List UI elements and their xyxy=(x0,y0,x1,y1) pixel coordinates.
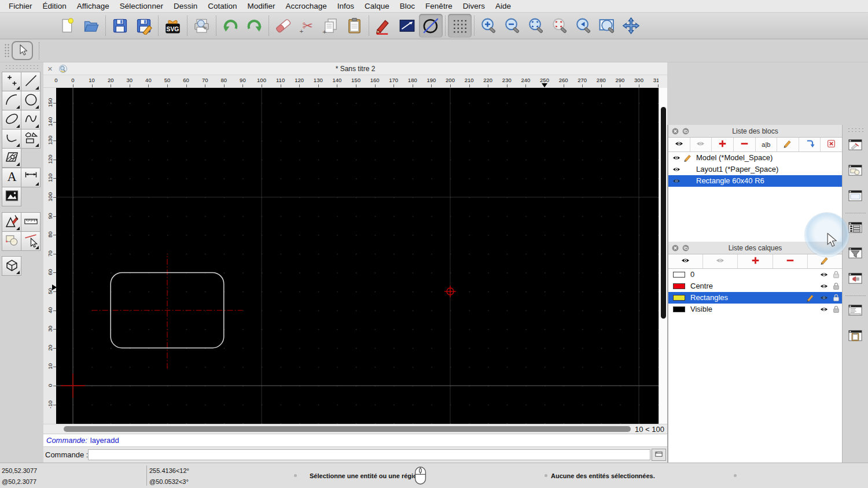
menu-affichage[interactable]: Affichage xyxy=(72,0,115,13)
layer-visibility-eye-icon[interactable] xyxy=(819,282,829,291)
remove-block-button[interactable] xyxy=(734,138,756,151)
save-as-button[interactable] xyxy=(132,14,156,38)
menu-accrochage[interactable]: Accrochage xyxy=(280,0,332,13)
dimension-tool-button[interactable] xyxy=(21,168,41,187)
library-widget-button[interactable] xyxy=(845,162,866,181)
show-all-layers-button[interactable] xyxy=(668,254,703,268)
layer-lock-icon[interactable] xyxy=(832,293,841,302)
block-visibility-eye-icon[interactable] xyxy=(672,153,681,162)
menu-bloc[interactable]: Bloc xyxy=(395,0,420,13)
grid-button[interactable] xyxy=(448,14,472,38)
zoom-out-button[interactable] xyxy=(501,14,524,38)
menu-divers[interactable]: Divers xyxy=(458,0,490,13)
line-properties-button[interactable] xyxy=(395,14,419,38)
vertical-scrollbar-thumb[interactable] xyxy=(661,107,666,319)
edit-layer-button[interactable] xyxy=(808,254,842,268)
layer-visibility-eye-icon[interactable] xyxy=(819,293,829,302)
menu-fichier[interactable]: Fichier xyxy=(3,0,38,13)
zoom-previous-button[interactable] xyxy=(548,14,572,38)
pen-widget-button[interactable] xyxy=(845,136,866,156)
menu-dessin[interactable]: Dessin xyxy=(168,0,203,13)
ellipse-tool-button[interactable] xyxy=(2,110,21,130)
block-row-model-model-space-[interactable]: Model (*Model_Space) xyxy=(668,152,842,164)
palette-drag-handle[interactable] xyxy=(4,65,40,70)
zoom-in-button[interactable] xyxy=(477,14,501,38)
arc-tool-button[interactable] xyxy=(2,91,21,110)
modify-tool-button[interactable] xyxy=(2,212,21,232)
zoom-auto-button[interactable] xyxy=(524,14,548,38)
edit-block-button[interactable] xyxy=(777,138,799,151)
show-all-blocks-button[interactable] xyxy=(668,138,690,151)
horizontal-scrollbar[interactable]: 10 < 100 xyxy=(43,424,667,434)
insert-block-button[interactable] xyxy=(799,138,821,151)
zoom-pan-button[interactable] xyxy=(619,14,643,38)
layer-visibility-eye-icon[interactable] xyxy=(819,305,829,314)
filter-widget-button[interactable] xyxy=(845,245,866,264)
zoom-window-button[interactable] xyxy=(595,14,619,38)
remove-layer-button[interactable] xyxy=(773,254,808,268)
menu-selectionner[interactable]: Sélectionner xyxy=(115,0,168,13)
menu-fenetre[interactable]: Fenêtre xyxy=(420,0,458,13)
layer-row-centre[interactable]: Centre xyxy=(668,280,842,292)
hatch-tool-button[interactable] xyxy=(2,148,21,168)
attributes-pencil-button[interactable] xyxy=(372,14,395,38)
points-tool-button[interactable] xyxy=(2,72,21,91)
layer-edit-pencil-icon[interactable] xyxy=(806,293,815,302)
toolbar-drag-handle[interactable] xyxy=(4,43,9,58)
strip-drag-handle[interactable] xyxy=(847,128,864,133)
layer-row-rectangles[interactable]: Rectangles xyxy=(668,292,842,304)
blank-widget-button[interactable] xyxy=(845,187,866,206)
hide-all-blocks-button[interactable] xyxy=(690,138,712,151)
svg-export-button[interactable]: SVG xyxy=(161,14,185,38)
block-row-layout1-paper-space-[interactable]: Layout1 (*Paper_Space) xyxy=(668,164,842,175)
menu-calque[interactable]: Calque xyxy=(359,0,395,13)
block-widget-button[interactable] xyxy=(845,270,866,289)
command-widget-toggle-button[interactable] xyxy=(652,449,666,461)
zoom-back-button[interactable] xyxy=(572,14,595,38)
image-tool-button[interactable] xyxy=(2,187,21,206)
block-row-rectangle-60x40-r6[interactable]: Rectangle 60x40 R6 xyxy=(668,175,842,187)
polygon-tool-button[interactable] xyxy=(21,129,41,149)
clipboard-widget-button[interactable] xyxy=(845,327,866,346)
layer-visibility-eye-icon[interactable] xyxy=(819,270,829,279)
layer-lock-icon[interactable] xyxy=(832,282,841,291)
block-visibility-eye-icon[interactable] xyxy=(672,165,681,174)
drawing-canvas[interactable] xyxy=(56,88,659,424)
rename-block-button[interactable]: a|b xyxy=(756,138,778,151)
print-preview-button[interactable] xyxy=(190,14,214,38)
select-tool-button[interactable] xyxy=(12,41,33,60)
menu-aide[interactable]: Aide xyxy=(490,0,516,13)
command-input[interactable] xyxy=(88,449,650,460)
line-tool-button[interactable] xyxy=(21,72,41,91)
construction-circle-button[interactable] xyxy=(419,14,443,38)
menu-modifier[interactable]: Modifier xyxy=(242,0,280,13)
delete-block-button[interactable] xyxy=(821,138,842,151)
menu-cotation[interactable]: Cotation xyxy=(203,0,242,13)
blocks-tool-button[interactable] xyxy=(2,231,21,251)
menu-infos[interactable]: Infos xyxy=(332,0,359,13)
add-block-button[interactable] xyxy=(712,138,734,151)
spline-tool-button[interactable] xyxy=(21,110,41,130)
open-button[interactable] xyxy=(79,14,103,38)
hide-all-layers-button[interactable] xyxy=(703,254,738,268)
layer-lock-icon[interactable] xyxy=(832,305,841,314)
layer-row-visible[interactable]: Visible xyxy=(668,304,842,315)
select-entity-tool-button[interactable] xyxy=(21,231,41,251)
block-edit-pencil-icon[interactable] xyxy=(683,153,693,162)
horizontal-scrollbar-thumb[interactable] xyxy=(64,426,631,432)
layer-lock-icon[interactable] xyxy=(832,270,841,279)
circle-tool-button[interactable] xyxy=(21,91,41,110)
save-button[interactable] xyxy=(108,14,132,38)
measure-tool-button[interactable] xyxy=(21,212,41,232)
undo-button[interactable] xyxy=(219,14,242,38)
menu-edition[interactable]: Édition xyxy=(38,0,72,13)
polyline-tool-button[interactable] xyxy=(2,129,21,149)
list-widget-button[interactable] xyxy=(845,219,866,238)
eraser-button[interactable] xyxy=(271,14,295,38)
layer-row-0[interactable]: 0 xyxy=(668,269,842,280)
command-widget-button[interactable] xyxy=(845,302,866,321)
add-layer-button[interactable] xyxy=(738,254,773,268)
cube-tool-button[interactable] xyxy=(2,256,21,276)
cut-button[interactable]: ✂+ xyxy=(295,14,319,38)
block-visibility-eye-icon[interactable] xyxy=(672,176,681,186)
